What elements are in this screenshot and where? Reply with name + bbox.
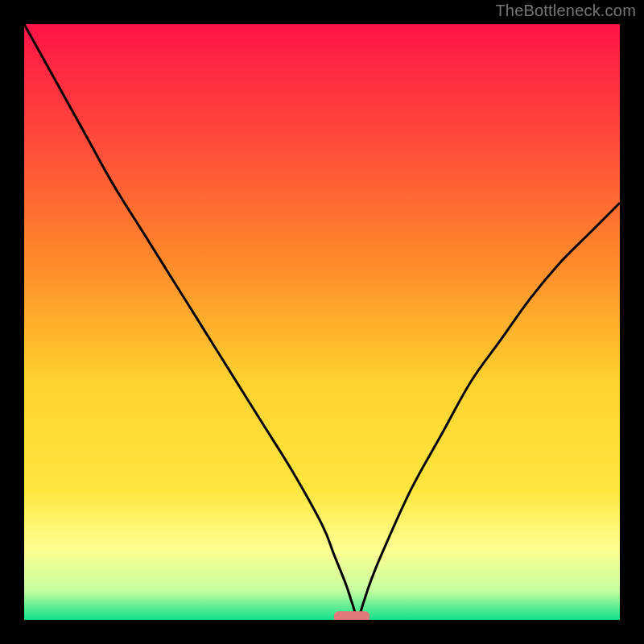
chart-svg: [24, 24, 620, 620]
gradient-background: [24, 24, 620, 620]
chart-frame: TheBottleneck.com: [0, 0, 644, 644]
plot-area: [24, 24, 620, 620]
watermark-label: TheBottleneck.com: [495, 2, 636, 20]
optimal-marker: [334, 611, 369, 620]
